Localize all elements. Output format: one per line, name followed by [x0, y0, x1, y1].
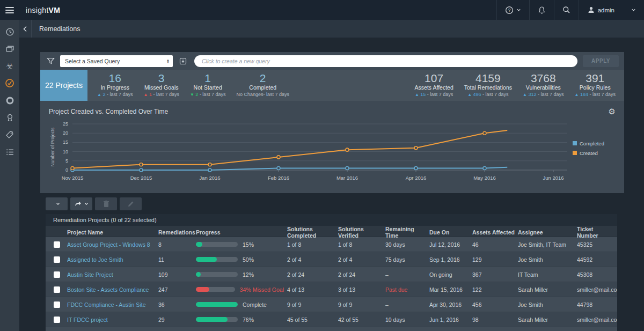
- row-checkbox[interactable]: [54, 317, 60, 323]
- project-name-link[interactable]: IT FDCC project: [67, 317, 158, 323]
- sidebar-item-award[interactable]: [0, 109, 19, 126]
- filter-funnel-icon: [47, 57, 55, 65]
- column-header-Solutions Completed[interactable]: Solutions Completed: [287, 226, 338, 239]
- sidebar-item-clock[interactable]: [0, 23, 19, 40]
- solutions-completed-cell: 4 of 13: [287, 286, 338, 293]
- row-checkbox[interactable]: [54, 271, 60, 278]
- share-dropdown-button[interactable]: [70, 197, 92, 210]
- column-header-Ticket Number[interactable]: Ticket Number: [577, 226, 617, 239]
- project-name-link[interactable]: Asset Group Project - Windows 8: [67, 241, 158, 248]
- breadcrumb-bar: Remediations: [19, 20, 644, 38]
- sidebar-item-list[interactable]: [0, 143, 19, 160]
- delete-button: [95, 197, 117, 210]
- query-input[interactable]: [194, 55, 577, 67]
- stat-delta: ▼ 2 - last 7 days: [190, 92, 225, 97]
- assets-affected-cell: 129: [472, 256, 518, 263]
- column-header-Remediations[interactable]: Remediations: [158, 229, 196, 236]
- stat-value: 1: [204, 72, 211, 84]
- row-checkbox[interactable]: [54, 241, 60, 248]
- progress-label: Complete: [243, 301, 267, 308]
- project-name-link[interactable]: Austin Site Project: [67, 271, 158, 278]
- progress-bar-track: [196, 242, 238, 247]
- solutions-completed-cell: 2 of 24: [287, 271, 338, 278]
- stat-value: 391: [586, 72, 604, 84]
- column-header-Progress[interactable]: Progress: [196, 229, 287, 236]
- apply-button[interactable]: APPLY: [583, 55, 619, 67]
- ticket-number-cell: 44592: [577, 256, 617, 263]
- remediation-check-icon: [5, 78, 14, 88]
- user-menu[interactable]: admin: [579, 0, 644, 20]
- svg-text:Dec 2015: Dec 2015: [130, 175, 152, 181]
- saved-query-select[interactable]: Select a Saved Query ▲▼: [60, 55, 173, 67]
- legend-swatch: [573, 141, 577, 145]
- project-name-link[interactable]: Boston Site - Assets Compliance: [67, 286, 158, 293]
- save-query-button[interactable]: [177, 55, 189, 67]
- sidebar-item-dashboards[interactable]: [0, 40, 19, 57]
- project-name-link[interactable]: Assigned to Joe Smith: [67, 256, 158, 263]
- project-name-link[interactable]: FDCC Compliance - Austin Site: [67, 301, 158, 308]
- back-button[interactable]: [19, 20, 32, 38]
- assignee-cell: Joe Smith: [518, 256, 577, 263]
- select-all-dropdown-button[interactable]: [46, 197, 68, 210]
- remaining-time-cell: –: [385, 271, 429, 278]
- progress-label: 76%: [243, 317, 254, 323]
- gear-icon[interactable]: ⚙: [609, 108, 616, 115]
- tag-icon: [5, 130, 14, 139]
- assignee-cell: IT Team: [518, 271, 577, 278]
- sidebar-item-donut[interactable]: [0, 92, 19, 109]
- row-select-cell: [46, 317, 67, 323]
- sidebar-item-tag[interactable]: [0, 126, 19, 143]
- search-button[interactable]: [554, 0, 579, 20]
- ticket-number-cell: 44798: [577, 301, 617, 308]
- clock-icon: [5, 27, 14, 36]
- column-header-Due On[interactable]: Due On: [429, 229, 472, 236]
- column-header-Project Name[interactable]: Project Name: [67, 229, 158, 236]
- row-checkbox[interactable]: [54, 286, 60, 293]
- svg-text:Feb 2016: Feb 2016: [268, 175, 289, 181]
- column-header-Assignee[interactable]: Assignee: [518, 229, 577, 236]
- notifications-button[interactable]: [529, 0, 554, 20]
- row-select-cell: [46, 301, 67, 308]
- list-icon: [5, 148, 14, 157]
- remaining-time-cell: –: [385, 301, 429, 308]
- solutions-verified-cell: 1 of 8: [338, 241, 385, 248]
- stat-value: 3: [158, 72, 165, 84]
- row-checkbox[interactable]: [54, 256, 60, 263]
- sidebar-item-remediation-check[interactable]: [0, 75, 19, 92]
- ticket-number-cell: smiller@mail.com: [577, 317, 617, 323]
- remaining-time-cell: 10 days: [385, 317, 429, 323]
- row-select-cell: [46, 256, 67, 263]
- help-menu-button[interactable]: ?: [496, 0, 529, 20]
- stat-value: 2: [260, 72, 266, 84]
- stat-delta: No Changes- last 7 days: [236, 92, 289, 97]
- chevron-down-icon: [631, 8, 636, 12]
- column-header-Assets Affected[interactable]: Assets Affected: [472, 229, 518, 236]
- svg-text:0: 0: [65, 167, 68, 173]
- table-row: Boston Site - Assets Compliance24734% Mi…: [46, 282, 617, 297]
- progress-label: 50%: [243, 256, 254, 263]
- assets-affected-cell: 367: [472, 271, 518, 278]
- column-header-Solutions Verified[interactable]: Solutions Verified: [338, 226, 385, 239]
- table-row: IT team project - Jul 16211%1 of 1000 of…: [46, 327, 617, 331]
- logo-light: insight: [26, 6, 49, 14]
- stat-completed: 2CompletedNo Changes- last 7 days: [231, 70, 295, 101]
- progress-cell: 50%: [196, 256, 287, 263]
- svg-text:10: 10: [63, 149, 68, 155]
- assignee-cell: Joe Smith: [518, 301, 577, 308]
- solutions-completed-cell: 9 of 9: [287, 301, 338, 308]
- menu-icon[interactable]: [0, 0, 19, 20]
- stat-missed-goals: 3Missed Goals▲ 1 - last 7 days: [138, 70, 184, 101]
- solutions-verified-cell: 2 of 24: [338, 271, 385, 278]
- column-header-Remaining Time[interactable]: Remaining Time: [385, 226, 429, 239]
- chevron-down-icon: [84, 202, 89, 206]
- sidebar-item-biohazard[interactable]: ☣: [0, 57, 19, 75]
- stat-value: 107: [425, 72, 443, 84]
- ticket-number-cell: 45325: [577, 241, 617, 248]
- share-icon: [74, 201, 82, 208]
- row-checkbox[interactable]: [54, 301, 60, 308]
- svg-text:25: 25: [63, 121, 68, 127]
- svg-text:May 2016: May 2016: [473, 175, 496, 181]
- solutions-completed-cell: 45 of 55: [287, 317, 338, 323]
- projects-total-box[interactable]: 22 Projects: [40, 70, 87, 101]
- chart-panel: Project Created vs. Completed Over Time …: [40, 101, 624, 193]
